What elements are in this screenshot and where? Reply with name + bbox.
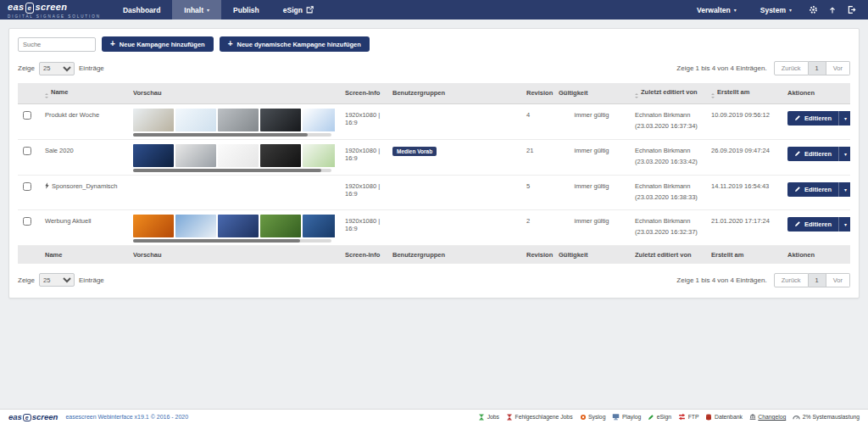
header-zuletzt-editiert[interactable]: Zuletzt editiert von [630, 83, 706, 103]
sort-icon [635, 93, 638, 98]
preview-thumbnail[interactable] [218, 215, 259, 237]
revision: 4 [521, 103, 554, 139]
nav-item-publish[interactable]: Publish [221, 0, 271, 20]
edit-button[interactable]: Editieren [787, 217, 838, 232]
page-length-select[interactable]: 25 [39, 273, 75, 287]
edit-dropdown-toggle[interactable]: ▾ [838, 147, 850, 161]
preview-thumbnail[interactable] [218, 144, 259, 167]
last-edited-by: Echnaton Birkmann [635, 111, 701, 119]
pagination-page-1-button[interactable]: 1 [809, 61, 826, 75]
preview-thumbnail[interactable] [175, 215, 216, 237]
preview-thumbnail[interactable] [303, 109, 335, 131]
validity: immer gültig [554, 175, 630, 209]
created-at: 10.09.2019 09:56:12 [706, 103, 782, 139]
preview-thumbnail[interactable] [260, 215, 301, 237]
preview-thumbnail[interactable] [133, 215, 174, 237]
last-edited-cell: Echnaton Birkmann (23.03.2020 16:37:34) [630, 103, 706, 139]
header-name[interactable]: Name [40, 83, 128, 103]
edit-dropdown-toggle[interactable]: ▾ [838, 111, 850, 126]
brand-logo[interactable]: easescreen DIGITAL SIGNAGE SOLUTION [0, 0, 111, 20]
header-revision: Revision [521, 83, 554, 103]
campaign-name: Werbung Aktuell [45, 217, 91, 225]
thumb-scrollbar[interactable] [133, 133, 331, 137]
add-campaign-button[interactable]: +Neue Kampagne hinzufügen [102, 36, 214, 52]
header-screen-info: Screen-Info [340, 83, 387, 103]
logout-button[interactable] [842, 5, 861, 14]
campaign-name: Sale 2020 [45, 147, 74, 154]
edit-dropdown-toggle[interactable]: ▾ [838, 217, 850, 232]
footer-header-zuletzt-editiert: Zuletzt editiert von [630, 245, 706, 264]
pagination-next-button[interactable]: Vor [826, 61, 850, 75]
footer-checkbox-spacer [18, 245, 40, 264]
edit-dropdown-toggle[interactable]: ▾ [838, 182, 850, 197]
pagination-next-button[interactable]: Vor [826, 273, 850, 287]
nav-item-system[interactable]: System▾ [748, 6, 804, 14]
row-checkbox[interactable] [23, 217, 31, 226]
row-checkbox[interactable] [23, 111, 31, 120]
row-checkbox[interactable] [23, 147, 31, 155]
footer-version-text: easescreen Webinterface x19.1 © 2016 - 2… [65, 414, 188, 420]
footer-link-ftp[interactable]: FTP [678, 413, 698, 421]
nav-item-esign[interactable]: eSign [271, 0, 326, 20]
preview-strip [133, 109, 335, 131]
footer-link-datenbank[interactable]: Datenbank [705, 414, 742, 421]
revision: 2 [521, 209, 554, 245]
pagination-prev-button[interactable]: Zurück [774, 273, 809, 287]
last-edited-at: (23.03.2020 16:33:42) [635, 158, 701, 165]
length-suffix-label: Einträge [79, 64, 104, 72]
preview-thumbnail[interactable] [133, 144, 174, 167]
dynamic-campaign-icon [45, 182, 49, 189]
edit-button[interactable]: Editieren [787, 147, 838, 161]
plus-icon: + [228, 40, 233, 48]
preview-thumbnail[interactable] [260, 109, 301, 131]
preview-empty-cell [128, 175, 340, 209]
preview-thumbnail[interactable] [175, 109, 216, 131]
pagination-prev-button[interactable]: Zurück [774, 61, 809, 75]
table-row: Werbung Aktuell 1920x1080 | 16:9 2 immer… [18, 209, 850, 245]
search-input[interactable] [18, 37, 96, 52]
user-groups-cell [387, 103, 521, 139]
preview-thumbnail[interactable] [260, 144, 301, 167]
revision: 21 [521, 139, 554, 175]
last-edited-at: (23.03.2020 16:37:34) [635, 122, 701, 130]
preview-thumbnail[interactable] [218, 109, 259, 131]
gear-icon [809, 5, 818, 14]
add-dynamic-campaign-button[interactable]: +Neue dynamische Kampagne hinzufügen [220, 36, 370, 52]
edit-button[interactable]: Editieren [787, 111, 838, 126]
footer-link-esign[interactable]: eSign [648, 414, 671, 421]
pencil-icon [794, 220, 801, 227]
pagination-page-1-button[interactable]: 1 [809, 273, 826, 287]
footer-link-failed-jobs[interactable]: Fehlgeschlagene Jobs [506, 414, 573, 421]
footer-link-jobs[interactable]: Jobs [478, 414, 499, 421]
footer-status-bar: Jobs Fehlgeschlagene Jobs Syslog Playlog… [478, 413, 860, 421]
footer-link-changelog[interactable]: Changelog [749, 414, 786, 421]
footer-link-playlog[interactable]: Playlog [612, 413, 641, 421]
preview-thumbnail[interactable] [175, 144, 216, 167]
settings-button[interactable] [804, 5, 823, 14]
footer-system-load[interactable]: 2% Systemauslastung [793, 413, 860, 421]
length-suffix-label: Einträge [79, 276, 104, 284]
failed-jobs-icon [506, 414, 513, 421]
preview-thumbnail[interactable] [303, 215, 335, 237]
preview-thumbnail[interactable] [303, 144, 335, 167]
table-row: Sponsoren_Dynamisch 1920x1080 | 16:9 5 i… [18, 175, 850, 209]
footer-link-syslog[interactable]: Syslog [580, 414, 606, 421]
page-footer: easescreen easescreen Webinterface x19.1… [0, 409, 868, 424]
thumb-scrollbar[interactable] [133, 239, 331, 243]
preview-thumbnail[interactable] [133, 109, 174, 131]
nav-item-dashboard[interactable]: Dashboard [111, 0, 172, 20]
update-button[interactable] [823, 6, 842, 14]
validity: immer gültig [554, 209, 630, 245]
nav-item-inhalt[interactable]: Inhalt▾ [172, 0, 221, 20]
row-checkbox[interactable] [23, 182, 31, 191]
jobs-icon [478, 414, 485, 421]
page-length-select[interactable]: 25 [39, 62, 75, 75]
pagination-top: Zeige 1 bis 4 von 4 Einträgen. Zurück 1 … [676, 61, 850, 75]
thumb-scrollbar[interactable] [133, 169, 331, 172]
campaign-name: Sponsoren_Dynamisch [52, 182, 118, 190]
chevron-down-icon: ▾ [789, 8, 792, 13]
edit-button[interactable]: Editieren [787, 182, 838, 197]
header-erstellt-am[interactable]: Erstellt am [706, 83, 782, 103]
nav-item-verwalten[interactable]: Verwalten▾ [685, 6, 748, 14]
footer-brand-logo: easescreen [8, 412, 58, 421]
